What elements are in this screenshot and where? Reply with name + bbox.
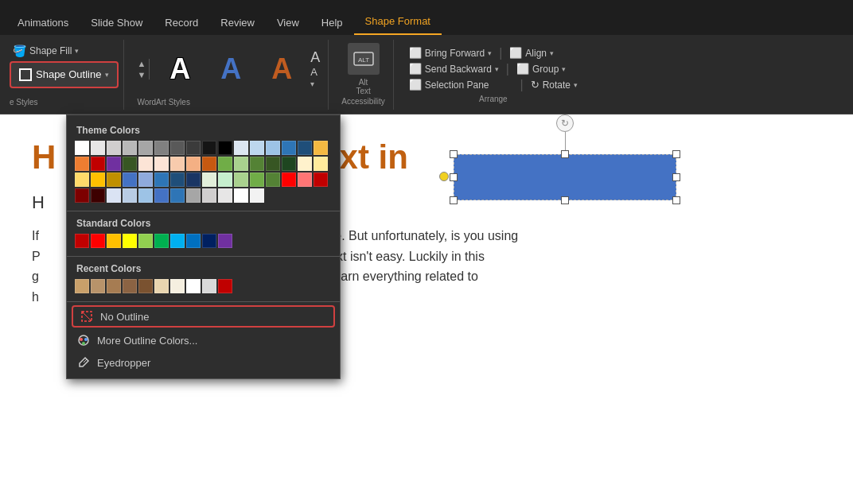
color-swatch[interactable]: [186, 173, 201, 187]
color-swatch[interactable]: [218, 173, 232, 187]
selection-pane-button[interactable]: ⬜ Selection Pane: [405, 77, 493, 92]
color-swatch[interactable]: [202, 234, 216, 248]
more-colors-button[interactable]: More Outline Colors...: [67, 329, 340, 351]
color-swatch[interactable]: [314, 141, 328, 155]
group-button[interactable]: ⬜ Group ▾: [512, 61, 570, 76]
color-swatch[interactable]: [202, 279, 216, 293]
color-swatch[interactable]: [234, 141, 248, 155]
color-swatch[interactable]: [266, 173, 280, 187]
color-swatch[interactable]: [123, 188, 137, 203]
color-swatch[interactable]: [138, 173, 153, 187]
yellow-handle[interactable]: [439, 172, 449, 181]
wordart-sample-3[interactable]: A: [258, 42, 306, 96]
color-swatch[interactable]: [234, 157, 248, 171]
color-swatch[interactable]: [186, 141, 201, 155]
color-swatch[interactable]: [123, 141, 137, 155]
color-swatch[interactable]: [75, 141, 89, 155]
color-swatch[interactable]: [186, 234, 201, 248]
color-swatch[interactable]: [107, 157, 121, 171]
color-swatch[interactable]: [234, 188, 248, 203]
handle-tr[interactable]: [672, 150, 680, 158]
color-swatch[interactable]: [107, 188, 121, 203]
color-swatch[interactable]: [170, 188, 185, 203]
color-swatch[interactable]: [138, 279, 153, 293]
color-swatch[interactable]: [202, 157, 216, 171]
color-swatch[interactable]: [107, 279, 121, 293]
color-swatch[interactable]: [138, 188, 153, 203]
color-swatch[interactable]: [75, 234, 89, 248]
tab-record[interactable]: Record: [154, 12, 209, 35]
color-swatch[interactable]: [298, 173, 312, 187]
up-chevron-icon[interactable]: ▲: [137, 59, 146, 68]
shape-fill-button[interactable]: 🪣 Shape Fill ▾: [10, 43, 119, 59]
bring-forward-arrow[interactable]: ▾: [488, 49, 492, 57]
color-swatch[interactable]: [202, 173, 216, 187]
color-swatch[interactable]: [75, 279, 89, 293]
color-swatch[interactable]: [170, 173, 185, 187]
color-swatch[interactable]: [250, 173, 264, 187]
color-swatch[interactable]: [75, 188, 89, 203]
color-swatch[interactable]: [170, 157, 185, 171]
align-button[interactable]: ⬜ Align ▾: [505, 45, 558, 60]
color-swatch[interactable]: [186, 157, 201, 171]
eyedropper-button[interactable]: Eyedropper: [67, 351, 340, 374]
handle-mr[interactable]: [672, 173, 680, 181]
color-swatch[interactable]: [123, 234, 137, 248]
handle-bl[interactable]: [450, 196, 458, 204]
rotate-button[interactable]: ↻ Rotate ▾: [527, 77, 582, 92]
color-swatch[interactable]: [123, 279, 137, 293]
tab-animations[interactable]: Animations: [6, 12, 80, 35]
rotate-arrow[interactable]: ▾: [574, 81, 578, 89]
wordart-sample-2[interactable]: A: [207, 42, 255, 96]
color-swatch[interactable]: [154, 141, 169, 155]
color-swatch[interactable]: [91, 279, 105, 293]
color-swatch[interactable]: [218, 279, 232, 293]
color-swatch[interactable]: [250, 157, 264, 171]
color-swatch[interactable]: [218, 188, 232, 203]
handle-br[interactable]: [672, 196, 680, 204]
color-swatch[interactable]: [218, 234, 232, 248]
color-swatch[interactable]: [282, 173, 296, 187]
color-swatch[interactable]: [314, 157, 328, 171]
tab-help[interactable]: Help: [310, 12, 354, 35]
rotation-handle[interactable]: ↻: [556, 114, 574, 132]
color-swatch[interactable]: [154, 188, 169, 203]
color-swatch[interactable]: [202, 141, 216, 155]
text-size-a-small[interactable]: A: [310, 67, 320, 77]
color-swatch[interactable]: [154, 173, 169, 187]
wordart-sample-1[interactable]: A: [156, 42, 204, 96]
color-swatch[interactable]: [282, 141, 296, 155]
no-outline-button[interactable]: No Outline: [72, 305, 335, 328]
handle-tc[interactable]: [561, 150, 569, 158]
color-swatch[interactable]: [250, 141, 264, 155]
color-swatch[interactable]: [186, 188, 201, 203]
send-backward-button[interactable]: ⬜ Send Backward ▾: [405, 61, 503, 76]
color-swatch[interactable]: [123, 173, 137, 187]
color-swatch[interactable]: [154, 234, 169, 248]
color-swatch[interactable]: [107, 141, 121, 155]
color-swatch[interactable]: [186, 279, 201, 293]
color-swatch[interactable]: [91, 173, 105, 187]
alt-text-button[interactable]: ALT: [348, 43, 380, 75]
down-chevron-icon[interactable]: ▼: [137, 70, 146, 79]
shape-outline-button[interactable]: Shape Outline ▾: [10, 61, 119, 88]
align-arrow[interactable]: ▾: [550, 49, 554, 57]
color-swatch[interactable]: [298, 141, 312, 155]
color-swatch[interactable]: [91, 157, 105, 171]
handle-ml[interactable]: [450, 173, 458, 181]
color-swatch[interactable]: [250, 188, 264, 203]
color-swatch[interactable]: [218, 157, 232, 171]
handle-bc[interactable]: [561, 196, 569, 204]
color-swatch[interactable]: [298, 157, 312, 171]
color-swatch[interactable]: [170, 234, 185, 248]
color-swatch[interactable]: [107, 173, 121, 187]
color-swatch[interactable]: [234, 173, 248, 187]
color-swatch[interactable]: [170, 141, 185, 155]
blue-shape[interactable]: [454, 154, 676, 200]
color-swatch[interactable]: [123, 157, 137, 171]
color-swatch[interactable]: [91, 141, 105, 155]
tab-view[interactable]: View: [266, 12, 310, 35]
tab-shape-format[interactable]: Shape Format: [354, 10, 442, 35]
text-size-a-large[interactable]: A: [310, 50, 320, 64]
color-swatch[interactable]: [266, 157, 280, 171]
